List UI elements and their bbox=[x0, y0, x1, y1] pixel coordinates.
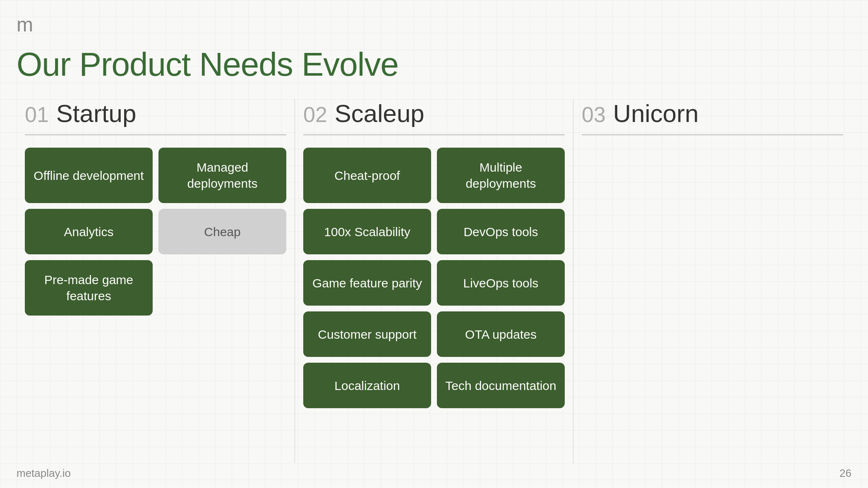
feature-btn-0-4[interactable]: Pre-made game features bbox=[25, 260, 153, 316]
feature-btn-1-4[interactable]: Game feature parity bbox=[303, 260, 431, 306]
feature-btn-1-5[interactable]: LiveOps tools bbox=[437, 260, 565, 306]
column-number-1: 02 bbox=[303, 102, 327, 127]
column-number-2: 03 bbox=[582, 102, 606, 127]
feature-btn-1-0[interactable]: Cheat-proof bbox=[303, 148, 431, 203]
column-header-2: 03Unicorn bbox=[582, 99, 843, 135]
feature-btn-1-8[interactable]: Localization bbox=[303, 363, 431, 408]
column-title-2: Unicorn bbox=[613, 99, 699, 128]
feature-btn-1-9[interactable]: Tech documentation bbox=[437, 363, 565, 408]
footer-brand: metaplay.io bbox=[17, 467, 71, 480]
feature-btn-0-1[interactable]: Managed deployments bbox=[158, 148, 286, 203]
column-title-1: Scaleup bbox=[335, 99, 424, 128]
feature-btn-0-2[interactable]: Analytics bbox=[25, 209, 153, 254]
logo-mark: m bbox=[17, 13, 32, 36]
column-scaleup: 02ScaleupCheat-proofMultiple deployments… bbox=[295, 99, 573, 463]
column-header-0: 01Startup bbox=[25, 99, 286, 135]
column-title-0: Startup bbox=[56, 99, 136, 128]
feature-btn-0-0[interactable]: Offline development bbox=[25, 148, 153, 203]
column-number-0: 01 bbox=[25, 102, 49, 127]
footer-page-number: 26 bbox=[839, 467, 851, 480]
page-title: Our Product Needs Evolve bbox=[17, 45, 398, 84]
column-unicorn: 03Unicorn bbox=[573, 99, 851, 463]
column-startup: 01StartupOffline developmentManaged depl… bbox=[17, 99, 295, 463]
feature-btn-0-3[interactable]: Cheap bbox=[158, 209, 286, 254]
feature-btn-1-6[interactable]: Customer support bbox=[303, 311, 431, 357]
feature-btn-1-7[interactable]: OTA updates bbox=[437, 311, 565, 357]
feature-btn-1-2[interactable]: 100x Scalability bbox=[303, 209, 431, 254]
feature-grid-1: Cheat-proofMultiple deployments100x Scal… bbox=[303, 148, 565, 408]
column-header-1: 02Scaleup bbox=[303, 99, 565, 135]
feature-grid-0: Offline developmentManaged deploymentsAn… bbox=[25, 148, 286, 316]
feature-btn-1-1[interactable]: Multiple deployments bbox=[437, 148, 565, 203]
columns-container: 01StartupOffline developmentManaged depl… bbox=[17, 99, 851, 463]
feature-btn-1-3[interactable]: DevOps tools bbox=[437, 209, 565, 254]
